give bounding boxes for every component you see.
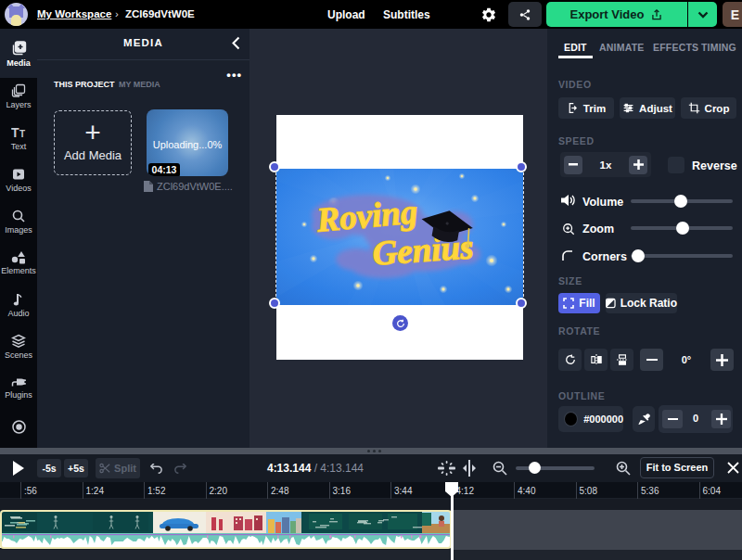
svg-text:T: T — [19, 129, 25, 139]
svg-text:Genius: Genius — [371, 227, 475, 273]
svg-text:T: T — [11, 125, 19, 140]
